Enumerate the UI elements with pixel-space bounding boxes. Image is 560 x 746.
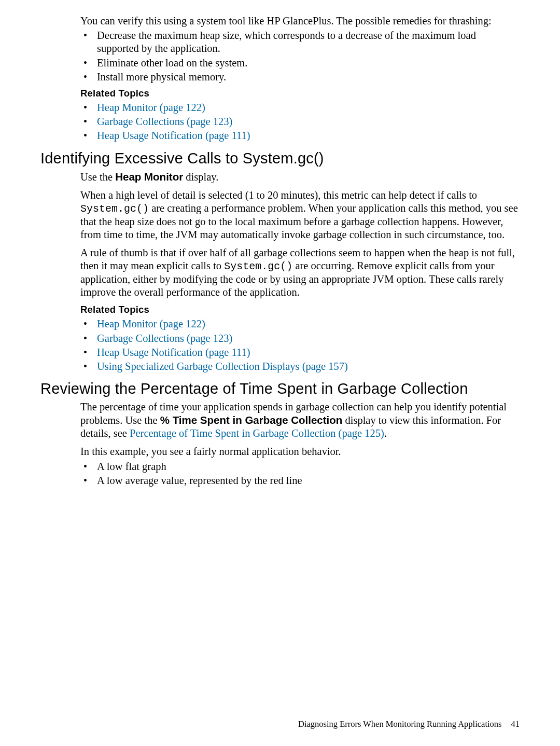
link-pct-time-gc[interactable]: Percentage of Time Spent in Garbage Coll… [130, 427, 384, 439]
related-topics-list-2: Heap Monitor (page 122) Garbage Collecti… [80, 317, 520, 373]
list-item: Heap Monitor (page 122) [80, 317, 520, 330]
use-heap-monitor-line: Use the Heap Monitor display. [80, 170, 520, 184]
percentage-paragraph: The percentage of time your application … [80, 400, 520, 440]
para1-a: When a high level of detail is selected … [80, 189, 477, 201]
list-item: A low flat graph [80, 460, 520, 473]
list-item: Heap Usage Notification (page 111) [80, 129, 520, 142]
detail-paragraph-1: When a high level of detail is selected … [80, 189, 520, 241]
list-item: Heap Monitor (page 122) [80, 101, 520, 114]
link-heap-usage-notification[interactable]: Heap Usage Notification (page 111) [97, 130, 250, 141]
section-heading-reviewing: Reviewing the Percentage of Time Spent i… [40, 380, 520, 397]
list-item: Install more physical memory. [80, 71, 520, 84]
related-topics-list-1: Heap Monitor (page 122) Garbage Collecti… [80, 101, 520, 143]
related-topics-heading: Related Topics [80, 88, 520, 99]
list-item: Using Specialized Garbage Collection Dis… [80, 360, 520, 373]
code-system-gc: System.gc() [80, 203, 149, 215]
link-garbage-collections[interactable]: Garbage Collections (page 123) [97, 116, 232, 127]
example-list: A low flat graph A low average value, re… [80, 460, 520, 487]
intro-line: You can verify this using a system tool … [80, 15, 520, 27]
detail-paragraph-2: A rule of thumb is that if over half of … [80, 246, 520, 299]
link-heap-monitor[interactable]: Heap Monitor (page 122) [97, 102, 205, 113]
link-specialized-gc-displays[interactable]: Using Specialized Garbage Collection Dis… [97, 361, 348, 372]
list-item: A low average value, represented by the … [80, 474, 520, 487]
pct-time-label: % Time Spent in Garbage Collection [160, 414, 343, 426]
link-heap-monitor[interactable]: Heap Monitor (page 122) [97, 318, 205, 329]
code-system-gc: System.gc() [224, 260, 292, 272]
list-item: Garbage Collections (page 123) [80, 332, 520, 345]
list-item: Eliminate other load on the system. [80, 57, 520, 70]
link-heap-usage-notification[interactable]: Heap Usage Notification (page 111) [97, 347, 250, 358]
para3-c: . [384, 427, 387, 439]
example-intro: In this example, you see a fairly normal… [80, 445, 520, 458]
text-suffix: display. [183, 171, 218, 183]
remedies-list: Decrease the maximum heap size, which co… [80, 29, 520, 84]
list-item: Decrease the maximum heap size, which co… [80, 29, 520, 55]
heap-monitor-label: Heap Monitor [115, 171, 183, 183]
list-item: Garbage Collections (page 123) [80, 115, 520, 128]
page-footer: Diagnosing Errors When Monitoring Runnin… [298, 719, 520, 729]
page-number: 41 [511, 719, 520, 729]
related-topics-heading: Related Topics [80, 304, 520, 315]
list-item: Heap Usage Notification (page 111) [80, 346, 520, 359]
footer-title: Diagnosing Errors When Monitoring Runnin… [298, 719, 501, 729]
text-prefix: Use the [80, 171, 115, 183]
link-garbage-collections[interactable]: Garbage Collections (page 123) [97, 333, 232, 344]
section-heading-identifying: Identifying Excessive Calls to System.gc… [40, 150, 520, 167]
